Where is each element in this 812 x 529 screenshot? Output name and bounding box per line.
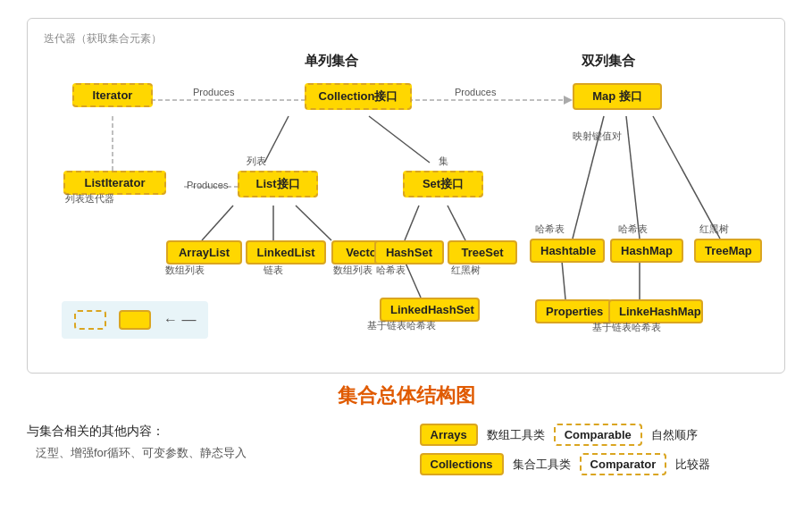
svg-line-13 [405,206,419,240]
section-double-title: 双列集合 [582,53,635,70]
bottom-heading: 与集合相关的其他内容： [27,424,393,440]
node-linkehashmap: LinkeHashMap [608,299,703,323]
node-treeset: TreeSet [448,240,517,264]
node-hashset: HashSet [374,240,444,264]
legend-solid-box [119,310,151,330]
produces-label-1: Produces [193,87,234,97]
info-row-collections: Collections 集合工具类 Comparator 比较器 [420,453,786,475]
node-properties: Properties [535,299,612,323]
arrays-box: Arrays [420,424,478,446]
linkehashmap-desc: 基于链表哈希表 [592,321,661,334]
arraylist-desc: 数组列表 [165,264,205,277]
linkedlist-desc: 链表 [264,264,283,277]
bottom-right: Arrays 数组工具类 Comparable 自然顺序 Collections… [420,424,786,475]
svg-line-17 [626,116,640,239]
svg-line-15 [405,261,421,298]
section-single-title: 单列集合 [305,53,358,70]
hashtable-desc: 哈希表 [535,223,565,236]
svg-line-14 [448,206,465,240]
node-list: List接口 [238,171,318,197]
comparable-desc: 自然顺序 [651,427,698,443]
collections-desc: 集合工具类 [513,457,571,473]
node-map: Map 接口 [573,83,662,110]
node-linkedlist: LinkedList [246,240,326,264]
bottom-section: 与集合相关的其他内容： 泛型、增强for循环、可变参数、静态导入 Arrays … [27,424,785,475]
svg-line-19 [562,261,565,299]
comparator-box: Comparator [580,453,667,475]
legend-arrow: ← — [163,312,196,328]
set-label: 集 [439,155,448,168]
diagram-inner: 单列集合 双列集合 Produces Produces Iterator Col… [46,33,766,355]
main-title: 集合总体结构图 [0,382,812,409]
treemap-desc: 红黑树 [699,223,729,236]
node-iterator: Iterator [72,83,153,107]
info-row-arrays: Arrays 数组工具类 Comparable 自然顺序 [420,424,786,446]
hashmap-desc: 哈希表 [618,223,648,236]
vector-desc: 数组列表 [333,264,373,277]
svg-line-12 [296,206,331,240]
node-linkedhashset: LinkedHashSet [380,298,480,322]
produces-label-2: Produces [455,87,496,97]
comparable-box: Comparable [554,424,642,446]
svg-line-10 [202,206,233,240]
svg-marker-3 [564,96,573,105]
linkedhashset-desc: 基于链表哈希表 [367,319,436,332]
node-arraylist: ArrayList [166,240,242,264]
node-set: Set接口 [403,171,483,197]
produces-label-3: Produces [187,180,228,190]
node-hashmap: HashMap [610,239,683,263]
bottom-sub: 泛型、增强for循环、可变参数、静态导入 [36,445,393,461]
node-listiterator: ListIterator [63,171,166,195]
legend-area: ← — [62,301,208,339]
svg-line-9 [369,116,430,163]
hashset-desc: 哈希表 [376,264,406,277]
comparator-desc: 比较器 [675,457,710,473]
treeset-desc: 红黑树 [451,264,481,277]
list-label: 列表 [247,155,266,168]
node-treemap: TreeMap [694,239,762,263]
svg-line-8 [264,116,289,163]
legend-dashed-box [74,310,106,330]
diagram-container: 迭代器（获取集合元素） [27,18,785,374]
map-desc: 映射键值对 [573,130,622,143]
bottom-left: 与集合相关的其他内容： 泛型、增强for循环、可变参数、静态导入 [27,424,393,475]
arrays-desc: 数组工具类 [487,427,545,443]
svg-line-18 [653,116,720,239]
node-collection: Collection接口 [305,83,412,110]
listiterator-desc: 列表迭代器 [65,192,114,206]
collections-box: Collections [420,453,504,475]
node-hashtable: Hashtable [530,239,605,263]
